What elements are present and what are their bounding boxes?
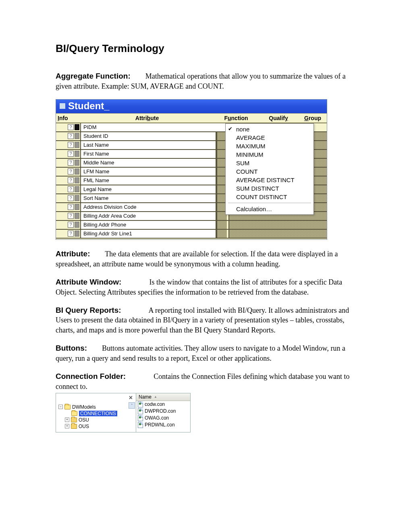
- function-dropdown-menu[interactable]: none AVERAGE MAXIMUM MINIMUM SUM COUNT A…: [225, 123, 314, 215]
- close-icon[interactable]: ×: [127, 394, 134, 401]
- attribute-cell[interactable]: Billing Addr Str Line1: [80, 230, 216, 238]
- term-buttons-text: Buttons automate activities. They allow …: [56, 344, 345, 362]
- attribute-cell[interactable]: Address Division Code: [80, 203, 216, 211]
- attribute-cell[interactable]: FML Name: [80, 177, 216, 185]
- term-bi-query-reports: BI Query Reports: A reporting tool insta…: [56, 305, 355, 335]
- expand-icon[interactable]: +: [65, 418, 69, 422]
- tree-node[interactable]: − DWModels: [58, 404, 134, 410]
- function-menu-item[interactable]: none: [226, 125, 313, 133]
- row-grip-icon[interactable]: [75, 231, 79, 237]
- term-attribute-window: Attribute Window: Is the window that con…: [56, 277, 355, 297]
- file-list-item[interactable]: PRDWNL.con: [136, 422, 190, 428]
- term-attribute-window-label: Attribute Window:: [56, 278, 121, 286]
- term-aggregate: Aggregate Function: Mathematical operati…: [56, 71, 355, 91]
- info-icon[interactable]: ?: [68, 124, 74, 130]
- file-icon: [138, 401, 143, 407]
- file-list-header[interactable]: Name ▲: [136, 393, 190, 401]
- folder-icon: [64, 405, 71, 409]
- row-grip-icon[interactable]: [75, 204, 79, 210]
- row-grip-icon[interactable]: [75, 168, 79, 175]
- attribute-cell[interactable]: Billing Addr Phone: [80, 221, 216, 229]
- file-name: DWPROD.con: [145, 408, 176, 414]
- row-grip-icon[interactable]: [75, 222, 79, 228]
- function-menu-item[interactable]: MAXIMUM: [226, 142, 313, 150]
- info-icon[interactable]: ?: [68, 186, 74, 192]
- term-bi-query-reports-label: BI Query Reports:: [56, 306, 121, 314]
- info-icon[interactable]: ?: [68, 195, 74, 201]
- file-list-item[interactable]: OWAG.con: [136, 415, 190, 422]
- row-grip-icon[interactable]: [75, 142, 79, 148]
- function-menu-item[interactable]: AVERAGE DISTINCT: [226, 176, 313, 184]
- info-icon[interactable]: ?: [68, 213, 74, 219]
- page-title: BI/Query Terminology: [56, 42, 355, 55]
- info-icon[interactable]: ?: [68, 222, 74, 228]
- folder-tree-pane[interactable]: × ˄ − DWModels CONNECTIONS + OSU + OUS: [56, 393, 136, 432]
- attribute-cell[interactable]: Middle Name: [80, 159, 216, 167]
- file-list-pane[interactable]: Name ▲ codw.con DWPROD.con OWAG.con PRDW…: [136, 393, 191, 432]
- info-icon[interactable]: ?: [68, 231, 74, 237]
- info-icon[interactable]: ?: [68, 133, 74, 139]
- file-name: OWAG.con: [145, 415, 169, 421]
- row-grip-icon[interactable]: [75, 133, 79, 139]
- row-grip-icon[interactable]: [75, 151, 79, 157]
- file-list-item[interactable]: codw.con: [136, 401, 190, 408]
- function-menu-item[interactable]: COUNT: [226, 167, 313, 176]
- folder-icon: [71, 418, 77, 422]
- info-icon[interactable]: ?: [68, 160, 74, 166]
- info-icon[interactable]: ?: [68, 168, 74, 175]
- student-window-body: ? PIDM ? Student ID ? Last Name ?: [56, 123, 327, 239]
- attribute-cell[interactable]: Student ID: [80, 132, 216, 140]
- folder-icon: [71, 424, 77, 429]
- file-list-item[interactable]: DWPROD.con: [136, 408, 190, 415]
- student-window-titlebar[interactable]: Student_: [56, 100, 327, 113]
- header-function: nction: [231, 115, 248, 121]
- attribute-cell[interactable]: LFM Name: [80, 168, 216, 176]
- attribute-cell[interactable]: Legal Name: [80, 185, 216, 193]
- info-icon[interactable]: ?: [68, 204, 74, 210]
- expand-icon[interactable]: +: [65, 424, 69, 428]
- attribute-cell[interactable]: Sort Name: [80, 194, 216, 202]
- file-list-header-label: Name: [139, 394, 152, 400]
- attribute-cell[interactable]: Last Name: [80, 141, 216, 149]
- row-grip-icon[interactable]: [75, 160, 79, 166]
- window-icon: [59, 103, 66, 109]
- attribute-cell[interactable]: First Name: [80, 150, 216, 158]
- row-grip-icon[interactable]: [75, 124, 79, 130]
- term-attribute-label: Attribute:: [56, 249, 90, 258]
- file-icon: [138, 415, 143, 421]
- header-attribute: ute: [150, 115, 159, 121]
- tree-node[interactable]: + OSU: [58, 417, 134, 423]
- info-icon[interactable]: ?: [68, 142, 74, 148]
- info-icon[interactable]: ?: [68, 151, 74, 157]
- attribute-cell[interactable]: PIDM: [80, 123, 227, 131]
- tree-node[interactable]: + OUS: [58, 423, 134, 430]
- info-icon[interactable]: ?: [68, 177, 74, 183]
- function-menu-item-calculation[interactable]: Calculation…: [226, 205, 313, 213]
- attribute-row[interactable]: ? Billing Addr Phone: [56, 221, 327, 230]
- term-attribute: Attribute: The data elements that are av…: [56, 249, 355, 269]
- row-grip-icon[interactable]: [75, 186, 79, 192]
- function-menu-item[interactable]: AVERAGE: [226, 133, 313, 142]
- file-icon: [138, 422, 143, 428]
- row-grip-icon[interactable]: [75, 213, 79, 219]
- tree-node[interactable]: CONNECTIONS: [58, 410, 134, 417]
- term-buttons-label: Buttons:: [56, 344, 87, 352]
- function-menu-item[interactable]: COUNT DISTINCT: [226, 193, 313, 201]
- function-menu-item[interactable]: MINIMUM: [226, 150, 313, 159]
- tree-node-label: OUS: [79, 424, 89, 429]
- folder-icon: [71, 411, 77, 416]
- collapse-icon[interactable]: −: [58, 405, 63, 409]
- term-attribute-text: The data elements that are available for…: [56, 250, 338, 268]
- sort-asc-icon: ▲: [154, 395, 157, 399]
- row-grip-icon[interactable]: [75, 177, 79, 183]
- attribute-cell[interactable]: Billing Addr Area Code: [80, 212, 216, 220]
- term-aggregate-label: Aggregate Function:: [56, 72, 131, 80]
- row-grip-icon[interactable]: [75, 195, 79, 201]
- file-name: codw.con: [145, 401, 165, 407]
- student-window-title: Student_: [68, 100, 110, 112]
- attribute-row[interactable]: ? Billing Addr Str Line1: [56, 230, 327, 239]
- function-menu-item[interactable]: SUM DISTINCT: [226, 184, 313, 193]
- scroll-up-button[interactable]: ˄: [129, 402, 135, 409]
- file-name: PRDWNL.con: [145, 422, 175, 428]
- function-menu-item[interactable]: SUM: [226, 159, 313, 167]
